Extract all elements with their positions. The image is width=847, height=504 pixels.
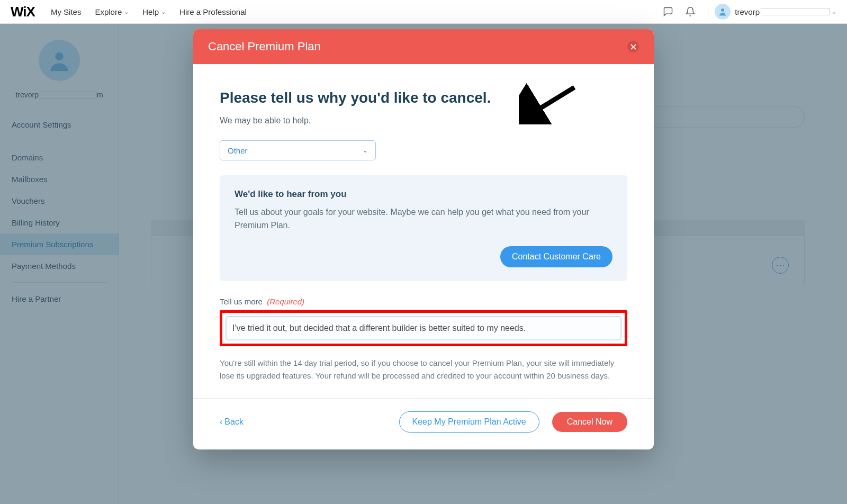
modal-subtext: We may be able to help. (220, 116, 627, 125)
user-name-prefix: trevorp (735, 7, 760, 16)
required-label: (Required) (267, 297, 304, 306)
user-avatar-icon (715, 4, 731, 20)
modal-title: Cancel Premium Plan (208, 40, 321, 53)
back-label: Back (224, 417, 244, 427)
top-nav: WiX My Sites Explore ⌄ Help ⌄ Hire a Pro… (0, 0, 847, 24)
chevron-left-icon: ‹ (220, 417, 222, 427)
chevron-down-icon: ⌄ (124, 8, 129, 15)
reason-select[interactable]: Other ⌄ (220, 140, 376, 160)
wix-logo[interactable]: WiX (11, 4, 35, 20)
svg-point-0 (721, 8, 724, 12)
chevron-down-icon: ⌄ (363, 147, 368, 154)
nav-explore[interactable]: Explore ⌄ (95, 7, 129, 16)
modal-overlay: Cancel Premium Plan Please tell us why y… (0, 24, 847, 504)
chevron-down-icon: ⌄ (161, 8, 166, 15)
modal-footer: ‹ Back Keep My Premium Plan Active Cance… (193, 398, 654, 449)
keep-plan-button[interactable]: Keep My Premium Plan Active (399, 411, 539, 433)
close-icon[interactable] (627, 41, 639, 52)
nav-explore-label: Explore (95, 7, 122, 16)
nav-separator (708, 6, 708, 17)
back-button[interactable]: ‹ Back (220, 417, 244, 427)
chat-icon[interactable] (657, 1, 679, 23)
user-menu[interactable]: trevorp ⌄ (715, 4, 836, 20)
modal-header: Cancel Premium Plan (193, 29, 654, 64)
help-panel-title: We'd like to hear from you (235, 189, 612, 200)
contact-care-button[interactable]: Contact Customer Care (500, 246, 612, 267)
modal-heading: Please tell us why you'd like to cancel. (220, 89, 627, 106)
tell-more-label-text: Tell us more (220, 297, 263, 306)
cancel-now-button[interactable]: Cancel Now (552, 412, 627, 432)
tell-more-highlight (220, 310, 627, 346)
chevron-down-icon: ⌄ (832, 8, 836, 15)
nav-help-label: Help (142, 7, 159, 16)
tell-more-input[interactable] (226, 316, 621, 340)
help-panel: We'd like to hear from you Tell us about… (220, 175, 627, 281)
trial-notice: You're still within the 14 day trial per… (220, 357, 627, 382)
nav-help[interactable]: Help ⌄ (142, 7, 166, 16)
nav-my-sites[interactable]: My Sites (51, 7, 82, 16)
tell-more-label: Tell us more (Required) (220, 297, 627, 306)
user-name-redacted (761, 8, 830, 15)
cancel-plan-modal: Cancel Premium Plan Please tell us why y… (193, 29, 654, 449)
help-panel-text: Tell us about your goals for your websit… (235, 206, 612, 232)
nav-hire-pro[interactable]: Hire a Professional (179, 7, 247, 16)
bell-icon[interactable] (679, 1, 701, 23)
modal-body: Please tell us why you'd like to cancel.… (193, 64, 654, 398)
reason-selected-label: Other (228, 146, 248, 155)
